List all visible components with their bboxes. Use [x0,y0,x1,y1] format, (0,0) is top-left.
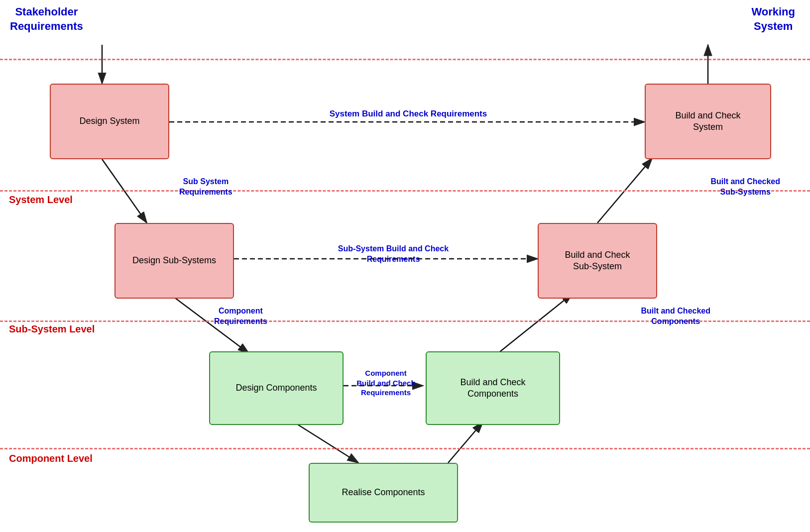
design-components-box: Design Components [209,351,344,425]
dashed-line-4 [0,448,810,449]
svg-line-11 [294,422,358,463]
dashed-line-1 [0,59,810,60]
component-build-check-req-label: ComponentBuild and CheckRequirements [348,368,423,398]
svg-line-10 [498,294,573,353]
built-checked-components-label: Built and CheckedComponents [641,306,710,327]
system-build-check-req-label: System Build and Check Requirements [279,108,538,119]
component-requirements-label: ComponentRequirements [214,306,267,327]
subsystem-level-label: Sub-System Level [9,323,95,335]
design-system-box: Design System [50,84,169,159]
realise-components-box: Realise Components [309,463,458,523]
design-subsystems-box: Design Sub-Systems [115,223,234,299]
dashed-line-2 [0,190,810,192]
built-checked-subsystems-label: Built and CheckedSub-Systems [710,177,780,198]
subsystem-requirements-label: Sub SystemRequirements [179,177,232,198]
subsystem-build-check-req-label: Sub-System Build and CheckRequirements [299,244,488,265]
system-level-label: System Level [9,194,73,206]
build-check-subsystem-box: Build and CheckSub-System [538,223,657,299]
working-system-label: WorkingSystem [751,5,795,33]
diagram-container: StakeholderRequirements WorkingSystem Sy… [0,0,810,532]
stakeholder-requirements-label: StakeholderRequirements [10,5,83,33]
component-level-label: Component Level [9,453,93,464]
build-check-components-box: Build and CheckComponents [426,351,560,425]
svg-line-12 [448,422,483,463]
build-check-system-box: Build and CheckSystem [645,84,771,159]
